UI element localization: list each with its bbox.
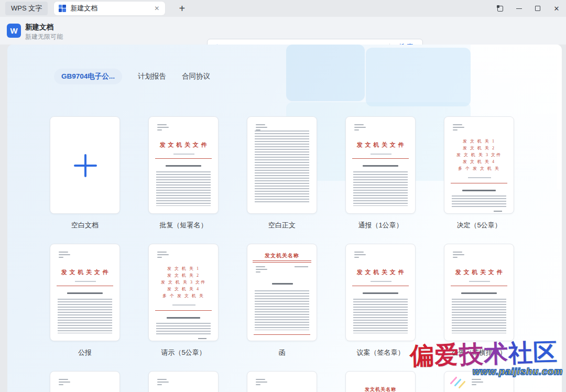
doc-body-lines bbox=[255, 290, 309, 330]
template-card[interactable] bbox=[148, 371, 219, 392]
doc-body-lines bbox=[452, 195, 506, 208]
doc-signature-line bbox=[198, 338, 206, 339]
template-label: 决定（5公章） bbox=[444, 221, 514, 230]
template-card[interactable]: 发 文 机 关 文 件 bbox=[345, 244, 416, 341]
doc-red-heading: 发 文 机 关 文 件 bbox=[346, 141, 415, 149]
doc-red-heading: 发 文 机 关 文 件 bbox=[50, 268, 119, 276]
template-card[interactable]: 发文机关名称 bbox=[247, 244, 317, 341]
doc-red-rule bbox=[352, 286, 409, 286]
doc-red-heading: 发 文 机 关 文 件 bbox=[346, 268, 415, 276]
doc-red-heading: 发 文 机 关 文 件 bbox=[444, 268, 514, 276]
doc-title-line bbox=[363, 292, 398, 294]
doc-red-rule bbox=[451, 183, 507, 183]
maximize-button[interactable] bbox=[528, 0, 547, 17]
wps-writer-logo: W bbox=[7, 24, 21, 38]
watermark-text: 偏爱技术社区 bbox=[401, 339, 566, 369]
doc-date-line bbox=[173, 154, 194, 155]
layout-mode-icon bbox=[497, 6, 503, 12]
doc-body-lines bbox=[58, 299, 112, 333]
doc-red-rule bbox=[57, 286, 113, 286]
background-decoration bbox=[366, 48, 471, 106]
window-controls: ✕ bbox=[491, 0, 566, 17]
doc-meta-lines bbox=[157, 252, 169, 259]
category-tab-item[interactable]: 合同协议 bbox=[182, 72, 210, 81]
doc-meta-lines bbox=[256, 379, 267, 387]
doc-date-line bbox=[172, 304, 195, 306]
template-label: 通报（1公章） bbox=[345, 221, 416, 230]
doc-meta-lines bbox=[453, 124, 464, 132]
doc-title-line bbox=[272, 283, 293, 285]
doc-meta-lines bbox=[472, 379, 483, 387]
document-tab[interactable]: 新建文档 ✕ bbox=[54, 2, 165, 15]
template-card[interactable]: 发文机关名称 bbox=[345, 371, 416, 392]
template-cell: 发 文 机 关 文 件批复（短署名） bbox=[148, 116, 219, 244]
template-card[interactable] bbox=[50, 371, 120, 392]
template-card[interactable]: 发 文 机 关 文 件 bbox=[345, 116, 416, 214]
doc-meta-lines bbox=[59, 252, 70, 259]
template-card[interactable]: 发 文 机 关 文 件 bbox=[444, 244, 514, 341]
doc-body-lines bbox=[353, 299, 408, 333]
template-cell bbox=[247, 371, 317, 392]
doc-meta-lines bbox=[256, 266, 267, 274]
doc-meta-lines bbox=[354, 124, 366, 132]
doc-title-line bbox=[67, 292, 103, 294]
doc-red-rule bbox=[155, 310, 212, 311]
template-cell: 发 文 机 关 文 件公报 bbox=[50, 244, 120, 371]
maximize-icon bbox=[535, 6, 540, 11]
doc-double-rule bbox=[253, 260, 311, 263]
template-card[interactable] bbox=[247, 371, 317, 392]
category-tab-item[interactable]: 计划报告 bbox=[138, 72, 166, 81]
template-cell: 空白正文 bbox=[247, 116, 317, 244]
template-cell: 发文机关名称函 bbox=[247, 244, 317, 371]
doc-title-line bbox=[167, 317, 200, 319]
template-card[interactable] bbox=[50, 116, 120, 214]
app-menu-button[interactable]: WPS 文字 bbox=[5, 2, 48, 15]
doc-meta-lines bbox=[157, 124, 169, 132]
doc-title-line bbox=[363, 165, 398, 167]
doc-org-list: 发 文 机 关 1发 文 机 关 2发 文 机 关 3 文件发 文 机 关 4多… bbox=[444, 138, 514, 172]
category-tab-active[interactable]: GB9704电子公... bbox=[54, 69, 122, 84]
scrollbar-thumb[interactable] bbox=[557, 47, 561, 190]
titlebar: WPS 文字 新建文档 ✕ + ✕ bbox=[0, 0, 566, 17]
doc-org-list: 发 文 机 关 1发 文 机 关 2发 文 机 关 3 文件发 文 机 关 4多… bbox=[149, 265, 218, 299]
background-decoration bbox=[286, 45, 365, 101]
template-label: 空白正文 bbox=[247, 221, 317, 230]
doc-red-rule bbox=[254, 334, 310, 335]
layout-mode-button[interactable] bbox=[491, 0, 509, 17]
doc-signature-line bbox=[494, 211, 502, 212]
watermark-url: www.paijishu.com bbox=[473, 366, 563, 377]
doc-body-lines bbox=[156, 323, 211, 335]
template-label: 函 bbox=[247, 348, 317, 357]
tab-close-icon[interactable]: ✕ bbox=[153, 5, 160, 12]
doc-red-heading: 发文机关名称 bbox=[346, 386, 415, 392]
template-card[interactable]: 发 文 机 关 文 件 bbox=[50, 244, 120, 341]
new-tab-button[interactable]: + bbox=[176, 3, 188, 15]
template-card[interactable] bbox=[247, 116, 317, 214]
doc-title-line bbox=[461, 292, 497, 294]
template-label: 请示（5公章） bbox=[148, 348, 219, 357]
doc-red-rule bbox=[352, 158, 409, 159]
close-window-button[interactable]: ✕ bbox=[547, 0, 566, 17]
page-title: 新建文档 bbox=[25, 23, 53, 32]
header: W 新建文档 新建无限可能 搜索 bbox=[0, 17, 566, 45]
template-cell bbox=[148, 371, 219, 392]
doc-date-line bbox=[469, 281, 490, 282]
doc-title-line bbox=[166, 165, 201, 167]
template-card[interactable]: 发 文 机 关 1发 文 机 关 2发 文 机 关 3 文件发 文 机 关 4多… bbox=[148, 244, 219, 341]
template-card[interactable]: 发 文 机 关 1发 文 机 关 2发 文 机 关 3 文件发 文 机 关 4多… bbox=[444, 116, 514, 214]
new-blank-plus-icon bbox=[84, 154, 86, 177]
doc-red-rule bbox=[155, 158, 212, 159]
template-cell: 空白文档 bbox=[50, 116, 120, 244]
doc-date-line bbox=[468, 177, 491, 178]
minimize-icon bbox=[516, 8, 522, 9]
doc-meta-lines bbox=[295, 266, 308, 267]
doc-body-lines bbox=[353, 171, 408, 206]
doc-body-lines bbox=[156, 171, 211, 206]
template-cell: 发 文 机 关 1发 文 机 关 2发 文 机 关 3 文件发 文 机 关 4多… bbox=[444, 116, 514, 244]
doc-date-line bbox=[371, 281, 391, 282]
doc-red-rule bbox=[451, 286, 507, 286]
minimize-button[interactable] bbox=[509, 0, 528, 17]
template-label: 公报 bbox=[50, 348, 120, 357]
template-card[interactable]: 发 文 机 关 文 件 bbox=[148, 116, 219, 214]
template-cell bbox=[50, 371, 120, 392]
